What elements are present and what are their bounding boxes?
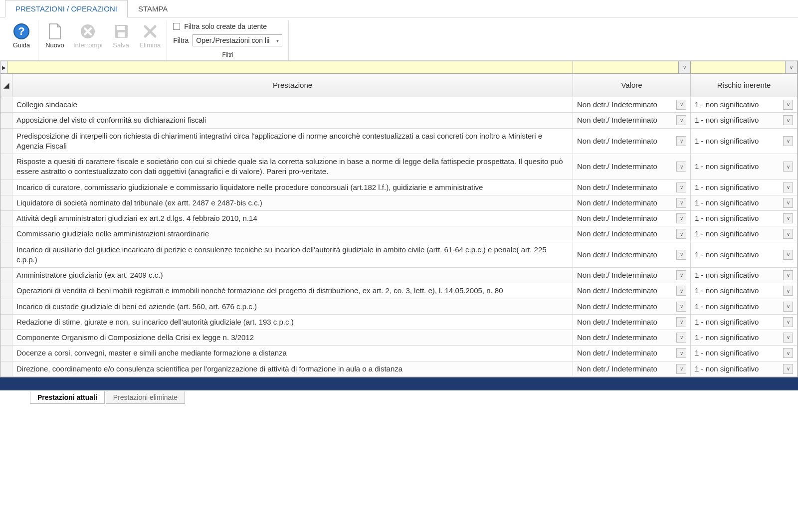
row-handle[interactable] bbox=[0, 283, 12, 298]
table-row[interactable]: Attività degli amministratori giudiziari… bbox=[0, 211, 798, 226]
valore-dropdown-btn[interactable]: ∨ bbox=[676, 115, 686, 125]
filter-rischio-dropdown[interactable]: ∨ bbox=[786, 61, 798, 73]
cell-valore[interactable]: Non detr./ Indeterminato∨ bbox=[573, 180, 691, 195]
cell-valore[interactable]: Non detr./ Indeterminato∨ bbox=[573, 330, 691, 345]
rischio-dropdown-btn[interactable]: ∨ bbox=[783, 115, 793, 125]
table-row[interactable]: Redazione di stime, giurate e non, su in… bbox=[0, 315, 798, 330]
filter-valore-input[interactable] bbox=[573, 61, 679, 73]
table-row[interactable]: Commissario giudiziale nelle amministraz… bbox=[0, 226, 798, 242]
table-row[interactable]: Predisposizione di interpelli con richie… bbox=[0, 129, 798, 155]
table-row[interactable]: Incarico di ausiliario del giudice incar… bbox=[0, 242, 798, 268]
cell-valore[interactable]: Non detr./ Indeterminato∨ bbox=[573, 361, 691, 376]
rischio-dropdown-btn[interactable]: ∨ bbox=[783, 229, 793, 239]
table-row[interactable]: Incarico di custode giudiziale di beni e… bbox=[0, 299, 798, 315]
cell-rischio[interactable]: 1 - non significativo∨ bbox=[691, 299, 798, 314]
table-row[interactable]: Componente Organismo di Composizione del… bbox=[0, 330, 798, 346]
cell-valore[interactable]: Non detr./ Indeterminato∨ bbox=[573, 315, 691, 330]
rischio-dropdown-btn[interactable]: ∨ bbox=[783, 270, 793, 280]
valore-dropdown-btn[interactable]: ∨ bbox=[676, 198, 686, 208]
tab-prestazioni[interactable]: PRESTAZIONI / OPERAZIONI bbox=[5, 0, 128, 17]
filter-user-created[interactable]: Filtra solo create da utente bbox=[173, 22, 267, 30]
filter-prestazione-input[interactable] bbox=[7, 61, 573, 73]
cell-rischio[interactable]: 1 - non significativo∨ bbox=[691, 283, 798, 298]
valore-dropdown-btn[interactable]: ∨ bbox=[676, 136, 686, 146]
table-row[interactable]: Direzione, coordinamento e/o consulenza … bbox=[0, 361, 798, 377]
rischio-dropdown-btn[interactable]: ∨ bbox=[783, 333, 793, 343]
table-row[interactable]: Liquidatore di società nominato dal trib… bbox=[0, 195, 798, 211]
rischio-dropdown-btn[interactable]: ∨ bbox=[783, 100, 793, 110]
cell-rischio[interactable]: 1 - non significativo∨ bbox=[691, 226, 798, 241]
rischio-dropdown-btn[interactable]: ∨ bbox=[783, 182, 793, 192]
filter-select[interactable]: Oper./Prestazioni con lii ▾ bbox=[193, 34, 282, 46]
row-handle[interactable] bbox=[0, 154, 12, 179]
valore-dropdown-btn[interactable]: ∨ bbox=[676, 162, 686, 172]
cell-rischio[interactable]: 1 - non significativo∨ bbox=[691, 346, 798, 360]
rischio-dropdown-btn[interactable]: ∨ bbox=[783, 162, 793, 172]
table-row[interactable]: Risposte a quesiti di carattere fiscale … bbox=[0, 154, 798, 180]
row-handle[interactable] bbox=[0, 226, 12, 241]
table-row[interactable]: Incarico di curatore, commissario giudiz… bbox=[0, 180, 798, 195]
valore-dropdown-btn[interactable]: ∨ bbox=[676, 213, 686, 223]
valore-dropdown-btn[interactable]: ∨ bbox=[676, 333, 686, 343]
filter-rischio-input[interactable] bbox=[691, 61, 786, 73]
cell-rischio[interactable]: 1 - non significativo∨ bbox=[691, 330, 798, 345]
valore-dropdown-btn[interactable]: ∨ bbox=[676, 348, 686, 358]
row-handle[interactable] bbox=[0, 113, 12, 128]
cell-valore[interactable]: Non detr./ Indeterminato∨ bbox=[573, 97, 691, 112]
filter-handle[interactable]: ▶ bbox=[0, 61, 7, 73]
cell-valore[interactable]: Non detr./ Indeterminato∨ bbox=[573, 242, 691, 268]
checkbox-icon[interactable] bbox=[173, 23, 180, 30]
valore-dropdown-btn[interactable]: ∨ bbox=[676, 302, 686, 312]
row-handle[interactable] bbox=[0, 315, 12, 330]
row-handle[interactable] bbox=[0, 180, 12, 195]
table-row[interactable]: Collegio sindacaleNon detr./ Indetermina… bbox=[0, 97, 798, 113]
rischio-dropdown-btn[interactable]: ∨ bbox=[783, 364, 793, 374]
row-handle[interactable] bbox=[0, 129, 12, 154]
valore-dropdown-btn[interactable]: ∨ bbox=[676, 250, 686, 260]
filter-valore-dropdown[interactable]: ∨ bbox=[679, 61, 691, 73]
col-header-prestazione[interactable]: Prestazione bbox=[12, 74, 573, 97]
valore-dropdown-btn[interactable]: ∨ bbox=[676, 364, 686, 374]
col-header-rischio[interactable]: Rischio inerente bbox=[691, 74, 798, 97]
rischio-dropdown-btn[interactable]: ∨ bbox=[783, 286, 793, 296]
cell-valore[interactable]: Non detr./ Indeterminato∨ bbox=[573, 283, 691, 298]
table-row[interactable]: Apposizione del visto di conformità su d… bbox=[0, 113, 798, 128]
cell-rischio[interactable]: 1 - non significativo∨ bbox=[691, 211, 798, 226]
cell-valore[interactable]: Non detr./ Indeterminato∨ bbox=[573, 226, 691, 241]
valore-dropdown-btn[interactable]: ∨ bbox=[676, 270, 686, 280]
row-handle[interactable] bbox=[0, 330, 12, 345]
table-row[interactable]: Docenze a corsi, convegni, master e simi… bbox=[0, 346, 798, 361]
cell-rischio[interactable]: 1 - non significativo∨ bbox=[691, 195, 798, 210]
row-handle[interactable] bbox=[0, 268, 12, 283]
cell-rischio[interactable]: 1 - non significativo∨ bbox=[691, 361, 798, 376]
valore-dropdown-btn[interactable]: ∨ bbox=[676, 182, 686, 192]
cell-rischio[interactable]: 1 - non significativo∨ bbox=[691, 97, 798, 112]
cell-rischio[interactable]: 1 - non significativo∨ bbox=[691, 315, 798, 330]
cell-rischio[interactable]: 1 - non significativo∨ bbox=[691, 268, 798, 283]
cell-rischio[interactable]: 1 - non significativo∨ bbox=[691, 242, 798, 268]
cell-valore[interactable]: Non detr./ Indeterminato∨ bbox=[573, 154, 691, 179]
tab-prestazioni-attuali[interactable]: Prestazioni attuali bbox=[30, 391, 105, 404]
cell-valore[interactable]: Non detr./ Indeterminato∨ bbox=[573, 299, 691, 314]
table-row[interactable]: Operazioni di vendita di beni mobili reg… bbox=[0, 283, 798, 299]
valore-dropdown-btn[interactable]: ∨ bbox=[676, 229, 686, 239]
cell-rischio[interactable]: 1 - non significativo∨ bbox=[691, 113, 798, 128]
rischio-dropdown-btn[interactable]: ∨ bbox=[783, 317, 793, 327]
table-row[interactable]: Amministratore giudiziario (ex art. 2409… bbox=[0, 268, 798, 283]
row-handle[interactable] bbox=[0, 211, 12, 226]
cell-rischio[interactable]: 1 - non significativo∨ bbox=[691, 180, 798, 195]
row-handle[interactable] bbox=[0, 242, 12, 268]
row-selector-header[interactable]: ◢ bbox=[0, 74, 12, 97]
rischio-dropdown-btn[interactable]: ∨ bbox=[783, 302, 793, 312]
row-handle[interactable] bbox=[0, 299, 12, 314]
cell-valore[interactable]: Non detr./ Indeterminato∨ bbox=[573, 211, 691, 226]
rischio-dropdown-btn[interactable]: ∨ bbox=[783, 213, 793, 223]
cell-valore[interactable]: Non detr./ Indeterminato∨ bbox=[573, 129, 691, 154]
help-button[interactable]: ? Guida bbox=[9, 20, 34, 51]
cell-valore[interactable]: Non detr./ Indeterminato∨ bbox=[573, 268, 691, 283]
row-handle[interactable] bbox=[0, 195, 12, 210]
cell-valore[interactable]: Non detr./ Indeterminato∨ bbox=[573, 113, 691, 128]
rischio-dropdown-btn[interactable]: ∨ bbox=[783, 198, 793, 208]
cell-rischio[interactable]: 1 - non significativo∨ bbox=[691, 129, 798, 154]
valore-dropdown-btn[interactable]: ∨ bbox=[676, 100, 686, 110]
